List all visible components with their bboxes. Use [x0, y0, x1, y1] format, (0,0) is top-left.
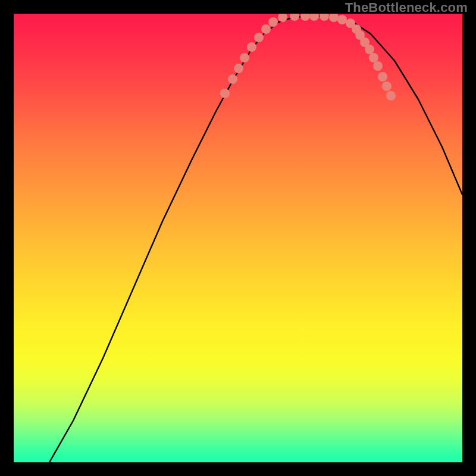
- chart-stage: TheBottleneck.com: [0, 0, 476, 476]
- curve-layer: [14, 14, 462, 462]
- highlight-dot: [240, 53, 249, 62]
- highlight-dot: [247, 42, 256, 52]
- plot-area: [14, 14, 462, 462]
- highlight-dot: [300, 14, 310, 21]
- highlight-dot: [234, 64, 243, 73]
- highlight-dot: [320, 14, 329, 21]
- highlight-dot: [290, 14, 299, 21]
- highlight-dots: [220, 14, 396, 101]
- highlight-dot: [329, 14, 339, 22]
- highlight-dot: [386, 91, 396, 101]
- highlight-dot: [261, 24, 271, 34]
- highlight-dot: [382, 82, 392, 91]
- highlight-dot: [337, 15, 347, 24]
- watermark-text: TheBottleneck.com: [345, 0, 468, 15]
- highlight-dot: [373, 61, 383, 71]
- highlight-dot: [309, 14, 319, 21]
- bottleneck-curve: [49, 16, 462, 462]
- highlight-dot: [220, 89, 230, 98]
- highlight-dot: [254, 33, 264, 42]
- highlight-dot: [228, 74, 237, 84]
- highlight-dot: [268, 17, 278, 27]
- highlight-dot: [278, 14, 287, 22]
- highlight-dot: [378, 72, 387, 82]
- highlight-dot: [365, 45, 374, 54]
- highlight-dot: [369, 53, 378, 62]
